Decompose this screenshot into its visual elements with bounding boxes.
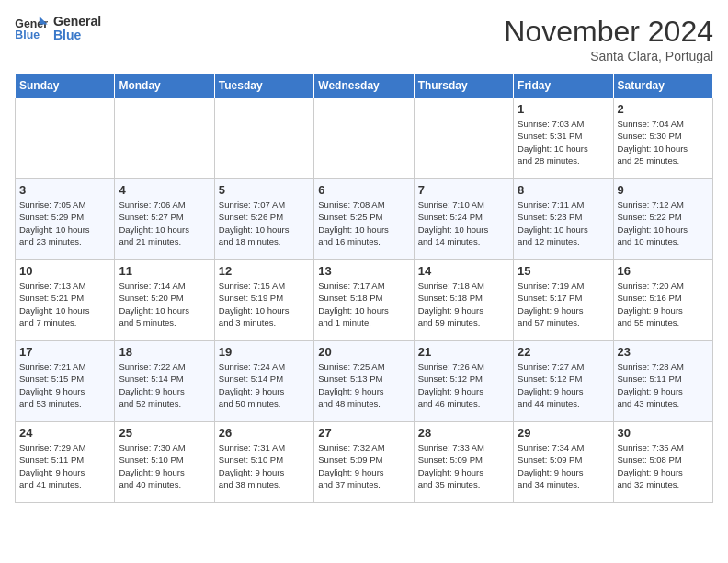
day-number: 24 [19,426,110,440]
svg-text:Blue: Blue [15,29,40,42]
day-info: Sunrise: 7:25 AM Sunset: 5:13 PM Dayligh… [318,361,409,409]
calendar-cell: 30Sunrise: 7:35 AM Sunset: 5:08 PM Dayli… [613,422,712,503]
day-number: 12 [219,264,310,278]
calendar-cell: 1Sunrise: 7:03 AM Sunset: 5:31 PM Daylig… [514,98,613,179]
day-info: Sunrise: 7:12 AM Sunset: 5:22 PM Dayligh… [618,199,709,247]
day-info: Sunrise: 7:26 AM Sunset: 5:12 PM Dayligh… [418,361,509,409]
day-number: 28 [418,426,509,440]
calendar-cell: 7Sunrise: 7:10 AM Sunset: 5:24 PM Daylig… [414,179,513,260]
calendar-cell: 17Sunrise: 7:21 AM Sunset: 5:15 PM Dayli… [16,341,115,422]
calendar-cell: 4Sunrise: 7:06 AM Sunset: 5:27 PM Daylig… [115,179,214,260]
day-number: 19 [219,345,310,359]
day-info: Sunrise: 7:04 AM Sunset: 5:30 PM Dayligh… [618,118,709,167]
calendar-cell: 26Sunrise: 7:31 AM Sunset: 5:10 PM Dayli… [214,422,313,503]
day-info: Sunrise: 7:34 AM Sunset: 5:09 PM Dayligh… [518,442,609,490]
day-info: Sunrise: 7:18 AM Sunset: 5:18 PM Dayligh… [418,280,509,328]
day-info: Sunrise: 7:19 AM Sunset: 5:17 PM Dayligh… [518,280,609,328]
calendar-cell: 18Sunrise: 7:22 AM Sunset: 5:14 PM Dayli… [115,341,214,422]
weekday-header-row: SundayMondayTuesdayWednesdayThursdayFrid… [16,74,713,98]
day-number: 15 [518,264,609,278]
day-number: 26 [219,426,310,440]
week-row-4: 17Sunrise: 7:21 AM Sunset: 5:15 PM Dayli… [16,341,713,422]
week-row-2: 3Sunrise: 7:05 AM Sunset: 5:29 PM Daylig… [16,179,713,260]
calendar-cell: 21Sunrise: 7:26 AM Sunset: 5:12 PM Dayli… [414,341,513,422]
day-number: 8 [518,183,609,197]
logo-line2: Blue [53,29,81,42]
calendar-cell: 2Sunrise: 7:04 AM Sunset: 5:30 PM Daylig… [613,98,712,179]
weekday-header-sunday: Sunday [16,74,115,98]
day-info: Sunrise: 7:27 AM Sunset: 5:12 PM Dayligh… [518,361,609,409]
calendar-cell [214,98,313,179]
day-info: Sunrise: 7:31 AM Sunset: 5:10 PM Dayligh… [219,442,310,490]
day-number: 4 [119,183,210,197]
day-info: Sunrise: 7:10 AM Sunset: 5:24 PM Dayligh… [418,199,509,247]
calendar-cell: 6Sunrise: 7:08 AM Sunset: 5:25 PM Daylig… [314,179,414,260]
day-number: 11 [119,264,210,278]
day-number: 18 [119,345,210,359]
day-info: Sunrise: 7:03 AM Sunset: 5:31 PM Dayligh… [518,118,609,167]
calendar-cell [314,98,414,179]
calendar-cell: 3Sunrise: 7:05 AM Sunset: 5:29 PM Daylig… [16,179,115,260]
day-info: Sunrise: 7:08 AM Sunset: 5:25 PM Dayligh… [318,199,409,247]
day-info: Sunrise: 7:24 AM Sunset: 5:14 PM Dayligh… [219,361,310,409]
day-info: Sunrise: 7:28 AM Sunset: 5:11 PM Dayligh… [618,361,709,409]
calendar-cell: 8Sunrise: 7:11 AM Sunset: 5:23 PM Daylig… [514,179,613,260]
day-info: Sunrise: 7:13 AM Sunset: 5:21 PM Dayligh… [19,280,110,328]
day-info: Sunrise: 7:33 AM Sunset: 5:09 PM Dayligh… [418,442,509,490]
week-row-1: 1Sunrise: 7:03 AM Sunset: 5:31 PM Daylig… [16,98,713,179]
calendar-cell: 10Sunrise: 7:13 AM Sunset: 5:21 PM Dayli… [16,260,115,341]
calendar-cell: 22Sunrise: 7:27 AM Sunset: 5:12 PM Dayli… [514,341,613,422]
day-number: 17 [19,345,110,359]
month-title: November 2024 [504,15,713,49]
weekday-header-friday: Friday [514,74,613,98]
weekday-header-monday: Monday [115,74,214,98]
day-number: 13 [318,264,409,278]
day-number: 16 [618,264,709,278]
calendar-cell: 24Sunrise: 7:29 AM Sunset: 5:11 PM Dayli… [16,422,115,503]
day-number: 23 [618,345,709,359]
calendar-cell: 9Sunrise: 7:12 AM Sunset: 5:22 PM Daylig… [613,179,712,260]
calendar-table: SundayMondayTuesdayWednesdayThursdayFrid… [15,73,713,503]
day-number: 3 [19,183,110,197]
title-block: November 2024 Santa Clara, Portugal [504,15,713,63]
calendar-cell [115,98,214,179]
calendar-cell: 28Sunrise: 7:33 AM Sunset: 5:09 PM Dayli… [414,422,513,503]
calendar-cell: 13Sunrise: 7:17 AM Sunset: 5:18 PM Dayli… [314,260,414,341]
weekday-header-saturday: Saturday [613,74,712,98]
day-number: 6 [318,183,409,197]
logo-icon: General Blue [15,15,48,42]
day-info: Sunrise: 7:21 AM Sunset: 5:15 PM Dayligh… [19,361,110,409]
day-number: 2 [618,102,709,116]
day-number: 25 [119,426,210,440]
page-header: General Blue General Blue November 2024 … [15,15,713,63]
day-info: Sunrise: 7:06 AM Sunset: 5:27 PM Dayligh… [119,199,210,247]
day-info: Sunrise: 7:15 AM Sunset: 5:19 PM Dayligh… [219,280,310,328]
calendar-cell: 14Sunrise: 7:18 AM Sunset: 5:18 PM Dayli… [414,260,513,341]
calendar-cell: 19Sunrise: 7:24 AM Sunset: 5:14 PM Dayli… [214,341,313,422]
day-info: Sunrise: 7:22 AM Sunset: 5:14 PM Dayligh… [119,361,210,409]
day-info: Sunrise: 7:35 AM Sunset: 5:08 PM Dayligh… [618,442,709,490]
day-number: 7 [418,183,509,197]
day-number: 5 [219,183,310,197]
day-info: Sunrise: 7:30 AM Sunset: 5:10 PM Dayligh… [119,442,210,490]
calendar-cell [414,98,513,179]
day-number: 27 [318,426,409,440]
day-number: 30 [618,426,709,440]
day-number: 9 [618,183,709,197]
day-info: Sunrise: 7:07 AM Sunset: 5:26 PM Dayligh… [219,199,310,247]
calendar-cell: 23Sunrise: 7:28 AM Sunset: 5:11 PM Dayli… [613,341,712,422]
calendar-cell: 5Sunrise: 7:07 AM Sunset: 5:26 PM Daylig… [214,179,313,260]
day-info: Sunrise: 7:32 AM Sunset: 5:09 PM Dayligh… [318,442,409,490]
day-number: 29 [518,426,609,440]
calendar-cell: 29Sunrise: 7:34 AM Sunset: 5:09 PM Dayli… [514,422,613,503]
calendar-cell: 27Sunrise: 7:32 AM Sunset: 5:09 PM Dayli… [314,422,414,503]
calendar-cell: 15Sunrise: 7:19 AM Sunset: 5:17 PM Dayli… [514,260,613,341]
calendar-cell: 20Sunrise: 7:25 AM Sunset: 5:13 PM Dayli… [314,341,414,422]
location-subtitle: Santa Clara, Portugal [504,49,713,63]
day-number: 21 [418,345,509,359]
day-info: Sunrise: 7:05 AM Sunset: 5:29 PM Dayligh… [19,199,110,247]
day-info: Sunrise: 7:29 AM Sunset: 5:11 PM Dayligh… [19,442,110,490]
week-row-3: 10Sunrise: 7:13 AM Sunset: 5:21 PM Dayli… [16,260,713,341]
day-info: Sunrise: 7:11 AM Sunset: 5:23 PM Dayligh… [518,199,609,247]
day-number: 1 [518,102,609,116]
